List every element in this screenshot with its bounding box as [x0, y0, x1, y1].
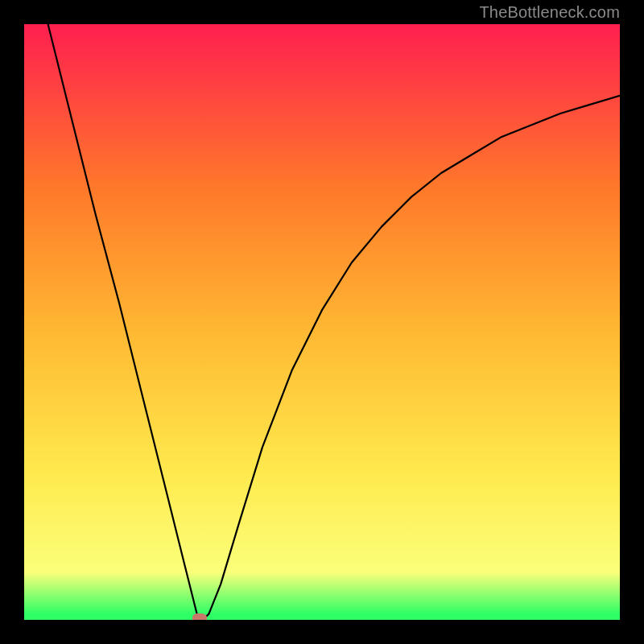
chart-frame: TheBottleneck.com [0, 0, 644, 644]
minimum-marker-icon [192, 613, 207, 620]
bottleneck-curve [24, 24, 620, 620]
plot-area [24, 24, 620, 620]
watermark-label: TheBottleneck.com [479, 3, 620, 22]
